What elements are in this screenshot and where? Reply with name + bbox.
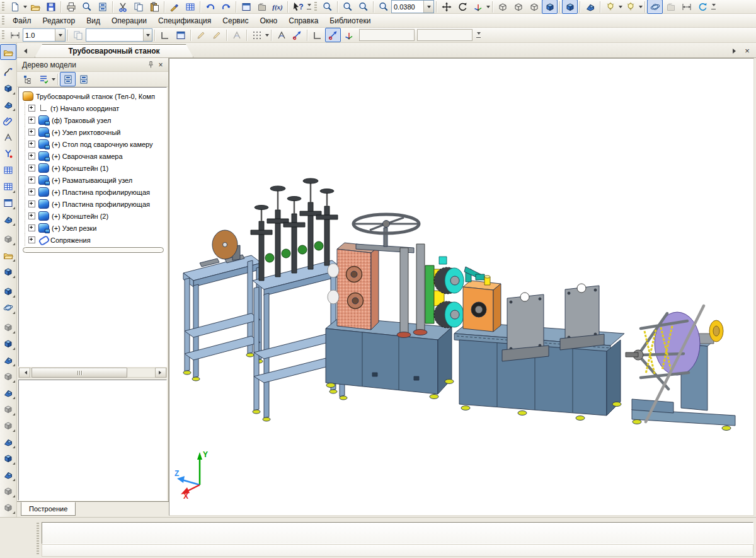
- shaded-edges-button[interactable]: [562, 0, 578, 14]
- rotate-view-button[interactable]: [454, 0, 470, 14]
- local-cs-button[interactable]: [157, 28, 173, 42]
- scroll-thumb[interactable]: [32, 368, 127, 378]
- tree-item[interactable]: (+) Разматывающий узел: [19, 174, 166, 186]
- fx-button[interactable]: f(x): [270, 0, 285, 14]
- zoom-all-button[interactable]: [355, 0, 371, 14]
- rotate-body-button[interactable]: [0, 283, 16, 299]
- parameters-button[interactable]: [0, 146, 16, 161]
- tree-filter-dropdown[interactable]: [52, 78, 55, 83]
- extrude-button[interactable]: [0, 335, 16, 351]
- expand-toggle[interactable]: [28, 117, 35, 124]
- open-button[interactable]: [27, 0, 43, 14]
- layer-dropdown[interactable]: [143, 29, 152, 41]
- lighting-dropdown[interactable]: [639, 6, 643, 10]
- shaded-button[interactable]: [542, 0, 558, 14]
- machine-decoiler[interactable]: [626, 306, 735, 431]
- tree-item[interactable]: (+) Кронштейн (1): [19, 162, 166, 174]
- zoom-previous-button[interactable]: [340, 0, 355, 14]
- spreadsheet-button[interactable]: [182, 0, 198, 14]
- tree-filter-button[interactable]: [35, 72, 51, 86]
- tree-item[interactable]: (+) Узел рихтовочный: [19, 126, 166, 138]
- coordinates-button[interactable]: [341, 28, 357, 42]
- statusbar-grip[interactable]: [37, 523, 39, 555]
- model-drawing[interactable]: [169, 59, 753, 515]
- tree-view-structure-toggle[interactable]: [60, 72, 76, 86]
- tree-structure-button[interactable]: [20, 72, 35, 86]
- current-scale-input[interactable]: [23, 30, 55, 40]
- coordinate-y-field[interactable]: [417, 29, 472, 41]
- print-button[interactable]: [63, 0, 79, 14]
- menu-window[interactable]: Окно: [254, 15, 283, 27]
- ortho-button[interactable]: [309, 28, 325, 42]
- dimensions-button[interactable]: [679, 0, 694, 14]
- document-tab-active[interactable]: Трубосварочный станок: [35, 44, 193, 57]
- cut-button[interactable]: [115, 0, 130, 14]
- table-button[interactable]: [0, 162, 16, 178]
- paste-button[interactable]: [146, 0, 162, 14]
- rebuild-button[interactable]: [694, 0, 710, 14]
- expand-toggle[interactable]: [28, 212, 35, 219]
- menu-grip[interactable]: [2, 16, 4, 26]
- tree-item[interactable]: (+) Пластина профилирующая: [19, 198, 166, 210]
- tree-item[interactable]: (+) Кронштейн (2): [19, 210, 166, 222]
- save-button[interactable]: [43, 0, 59, 14]
- zoom-area-button[interactable]: [319, 0, 335, 14]
- wireframe-button[interactable]: [495, 0, 510, 14]
- expand-toggle[interactable]: [28, 201, 35, 207]
- panel-close-button[interactable]: ×: [156, 60, 166, 69]
- tree-item[interactable]: (+) Пластина профилирующая: [19, 186, 166, 198]
- tree-item[interactable]: (+) Стол под сварочную камеру: [19, 138, 166, 150]
- panel-pin-button[interactable]: [146, 60, 156, 69]
- tree-item[interactable]: (+) Узел резки: [19, 222, 166, 234]
- expand-toggle[interactable]: [28, 105, 35, 112]
- layers-button[interactable]: [70, 28, 86, 42]
- snap-move-button[interactable]: [289, 28, 305, 42]
- body-button[interactable]: [0, 211, 16, 227]
- toolbar-overflow-button[interactable]: [306, 1, 312, 13]
- collections-button[interactable]: [0, 231, 16, 247]
- menu-service[interactable]: Сервис: [217, 15, 254, 27]
- part-button[interactable]: [0, 80, 16, 96]
- tab-scroll-left-button[interactable]: [20, 46, 28, 56]
- tree-item[interactable]: (+) Сварочная камера: [19, 150, 166, 162]
- frame-button[interactable]: [0, 368, 16, 384]
- menu-operations[interactable]: Операции: [106, 15, 152, 27]
- cut-extrude-button[interactable]: [0, 352, 16, 368]
- mates-button[interactable]: [0, 113, 16, 129]
- spline-button[interactable]: [0, 64, 16, 79]
- pattern-button[interactable]: [0, 483, 16, 499]
- expand-toggle[interactable]: [28, 141, 35, 148]
- hidden-lines-thin-button[interactable]: [526, 0, 542, 14]
- grid-button[interactable]: [249, 28, 265, 42]
- gear-element-button[interactable]: [0, 299, 16, 315]
- expand-toggle[interactable]: [28, 224, 35, 231]
- scroll-left-button[interactable]: [19, 368, 30, 378]
- add-component-button[interactable]: [0, 44, 16, 60]
- draft-button[interactable]: [0, 467, 16, 482]
- pencil-dash-button[interactable]: [193, 28, 209, 42]
- scroll-right-button[interactable]: [155, 368, 166, 378]
- layout-button[interactable]: [0, 195, 16, 211]
- document-manager-button[interactable]: [94, 0, 110, 14]
- zoom-in-button[interactable]: [375, 0, 391, 14]
- 3d-viewport[interactable]: Y Z X: [169, 58, 754, 516]
- rib-button[interactable]: [0, 417, 16, 433]
- mirror-button[interactable]: [0, 499, 16, 515]
- sketch-edit-button[interactable]: [173, 28, 188, 42]
- coordinate-x-field[interactable]: [359, 29, 415, 41]
- section-view-button[interactable]: [582, 0, 598, 14]
- hole-button[interactable]: [0, 401, 16, 417]
- fillet-button[interactable]: [0, 385, 16, 400]
- current-scale-button[interactable]: [7, 28, 23, 42]
- print-preview-button[interactable]: [79, 0, 94, 14]
- toolbar-grip[interactable]: [2, 2, 4, 12]
- redo-button[interactable]: [218, 0, 234, 14]
- primitive-button[interactable]: [0, 264, 16, 279]
- tree-item-mates[interactable]: Сопряжения: [19, 234, 166, 246]
- toolbar-overflow-button[interactable]: [475, 30, 482, 41]
- expand-toggle[interactable]: [28, 236, 35, 243]
- orbit-button[interactable]: [647, 0, 663, 14]
- zoom-scale-dropdown[interactable]: [423, 1, 433, 13]
- derive-part-button[interactable]: [0, 96, 16, 112]
- machine-welding-table[interactable]: [454, 267, 624, 421]
